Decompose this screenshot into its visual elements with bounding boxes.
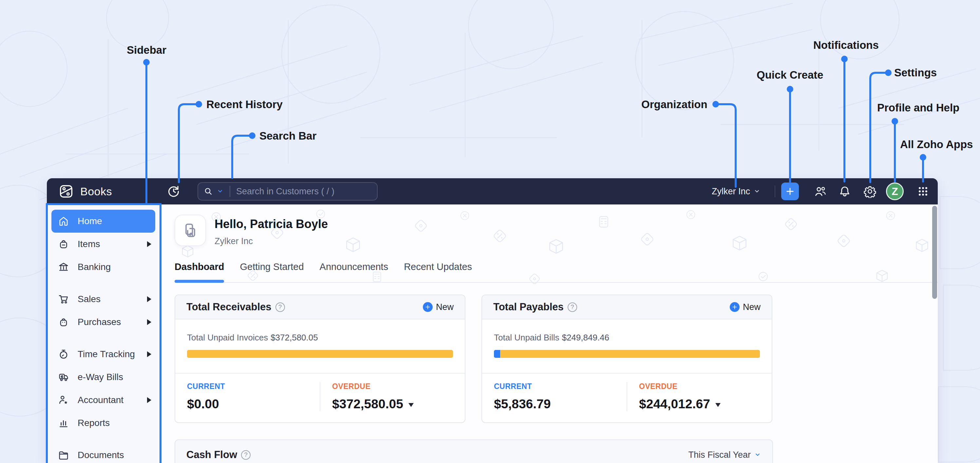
fiscal-year-label: This Fiscal Year — [688, 450, 751, 460]
notifications-bell-icon[interactable] — [838, 185, 851, 198]
sidebar-item-label: Sales — [78, 294, 138, 304]
search-placeholder: Search in Customers ( / ) — [236, 186, 334, 197]
bag-minus-icon — [58, 239, 69, 250]
receivables-current: CURRENT $0.00 — [175, 382, 320, 411]
receivables-meter: Total Unpaid Invoices$372,580.05 — [175, 320, 465, 374]
tab-announcements[interactable]: Announcements — [320, 261, 388, 274]
overdue-label: OVERDUE — [639, 382, 760, 391]
settings-gear-icon[interactable] — [863, 185, 877, 198]
annotation-label-settings: Settings — [894, 67, 937, 79]
fiscal-year-selector[interactable]: This Fiscal Year — [688, 450, 761, 460]
tab-dashboard[interactable]: Dashboard — [175, 261, 224, 274]
users-icon[interactable] — [814, 185, 827, 198]
plus-icon — [785, 186, 795, 196]
overdue-segment — [187, 350, 453, 358]
folder-icon — [58, 450, 69, 461]
payables-overdue: OVERDUE $244,012.67 — [627, 382, 772, 411]
payables-card-header: Total Payables ? New — [482, 295, 772, 320]
submenu-arrow-icon — [147, 296, 151, 302]
sidebar: HomeItemsBankingSalesPurchasesTime Track… — [47, 204, 161, 463]
receivables-progress-bar — [187, 350, 453, 358]
annotation-label-profile-help: Profile and Help — [877, 102, 959, 114]
current-label: CURRENT — [494, 382, 615, 391]
help-icon[interactable]: ? — [275, 302, 285, 312]
organization-selector[interactable]: Zylker Inc — [712, 178, 760, 204]
home-icon — [58, 216, 69, 227]
new-label: New — [436, 302, 453, 312]
content-scrollbar[interactable] — [932, 206, 937, 299]
sidebar-item-purchases[interactable]: Purchases — [47, 311, 160, 334]
overdue-label: OVERDUE — [332, 382, 453, 391]
submenu-arrow-icon — [147, 319, 151, 325]
main-content: Hello, Patricia Boyle Zylker Inc Dashboa… — [161, 204, 938, 463]
sidebar-item-reports[interactable]: Reports — [47, 412, 160, 434]
overdue-dropdown-caret[interactable] — [715, 403, 721, 407]
sidebar-item-label: Home — [78, 216, 151, 226]
total-payables-card: Total Payables ? New Total Unpaid Bills$… — [482, 294, 772, 423]
payables-meter-label: Total Unpaid Bills$249,849.46 — [494, 333, 760, 343]
organization-tile — [175, 215, 206, 246]
new-invoice-button[interactable]: New — [423, 302, 453, 312]
organization-name: Zylker Inc — [712, 186, 750, 197]
overdue-segment — [500, 350, 760, 358]
organization-chevron-icon — [753, 188, 760, 195]
bar-chart-icon — [58, 417, 69, 429]
summary-cards-row: Total Receivables ? New Total Unpaid Inv… — [175, 294, 938, 423]
search-bar[interactable]: Search in Customers ( / ) — [197, 182, 378, 200]
current-value: $0.00 — [187, 397, 308, 411]
bank-icon — [58, 261, 69, 273]
top-navbar: Books Search in Customers ( / ) Zylker I… — [47, 178, 938, 204]
search-scope-chevron-icon[interactable] — [216, 188, 224, 195]
sidebar-item-label: e-Way Bills — [78, 372, 151, 382]
tab-getting-started[interactable]: Getting Started — [240, 261, 304, 274]
sidebar-item-items[interactable]: Items — [47, 233, 160, 256]
sidebar-item-sales[interactable]: Sales — [47, 288, 160, 311]
profile-avatar[interactable]: Z — [886, 183, 904, 200]
receivables-card-header: Total Receivables ? New — [175, 295, 465, 320]
sidebar-item-label: Banking — [78, 262, 151, 272]
annotation-label-sidebar: Sidebar — [127, 44, 166, 56]
sidebar-item-time-tracking[interactable]: Time Tracking — [47, 343, 160, 366]
payables-progress-bar — [494, 350, 760, 358]
cart-icon — [58, 294, 69, 305]
sidebar-item-label: Purchases — [78, 317, 138, 327]
sidebar-item-eway-bills[interactable]: e-Way Bills — [47, 366, 160, 388]
dashboard-tabs: DashboardGetting StartedAnnouncementsRec… — [175, 261, 938, 283]
person-star-icon — [58, 395, 69, 406]
help-icon[interactable]: ? — [568, 302, 577, 312]
annotation-label-all-zoho-apps: All Zoho Apps — [900, 138, 973, 151]
sidebar-item-accountant[interactable]: Accountant — [47, 388, 160, 412]
payables-title: Total Payables — [493, 301, 564, 313]
tab-recent-updates[interactable]: Recent Updates — [404, 261, 472, 274]
truck-icon — [58, 372, 69, 383]
submenu-arrow-icon — [147, 397, 151, 403]
all-zoho-apps-grid-icon[interactable] — [916, 185, 929, 198]
recent-history-icon[interactable] — [167, 185, 180, 198]
sidebar-section-gap — [47, 278, 160, 288]
new-bill-button[interactable]: New — [730, 302, 760, 312]
current-label: CURRENT — [187, 382, 308, 391]
new-label: New — [743, 302, 760, 312]
quick-create-button[interactable] — [781, 183, 799, 200]
stopwatch-icon — [58, 348, 69, 360]
receivables-meter-value: $372,580.05 — [270, 333, 318, 342]
receivables-footer: CURRENT $0.00 OVERDUE $372,580.05 — [175, 374, 465, 422]
total-receivables-card: Total Receivables ? New Total Unpaid Inv… — [175, 294, 465, 423]
payables-footer: CURRENT $5,836.79 OVERDUE $244,012.67 — [482, 374, 772, 422]
app-window: Books Search in Customers ( / ) Zylker I… — [47, 178, 938, 463]
sidebar-item-banking[interactable]: Banking — [47, 256, 160, 278]
greeting-title: Hello, Patricia Boyle — [215, 217, 328, 231]
books-logo[interactable]: Books — [59, 178, 112, 204]
payables-current: CURRENT $5,836.79 — [482, 382, 627, 411]
books-logo-icon — [59, 184, 74, 199]
current-segment — [494, 350, 500, 358]
sidebar-item-home[interactable]: Home — [51, 210, 155, 233]
overdue-value: $244,012.67 — [639, 397, 760, 411]
chevron-down-icon — [754, 451, 761, 458]
sidebar-item-documents[interactable]: Documents — [47, 444, 160, 463]
help-icon[interactable]: ? — [241, 450, 251, 460]
overdue-dropdown-caret[interactable] — [409, 403, 414, 407]
greeting-header: Hello, Patricia Boyle Zylker Inc — [175, 215, 938, 247]
submenu-arrow-icon — [147, 351, 151, 357]
navbar-divider — [775, 185, 775, 197]
